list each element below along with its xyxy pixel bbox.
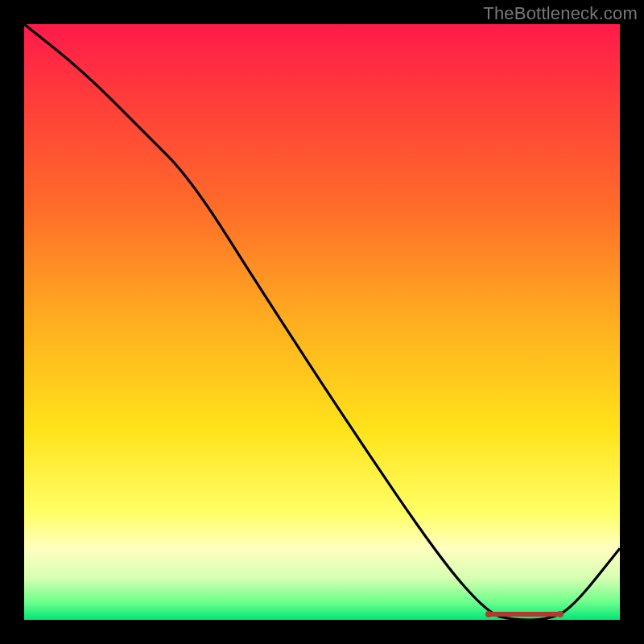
optimal-range-marker (489, 612, 560, 617)
optimal-range-start-dot (485, 611, 492, 617)
watermark-text: TheBottleneck.com (483, 3, 638, 24)
curve-layer (24, 24, 620, 620)
bottleneck-curve (24, 24, 620, 620)
optimal-range-end-dot (557, 611, 564, 617)
chart-frame: TheBottleneck.com (0, 0, 644, 644)
